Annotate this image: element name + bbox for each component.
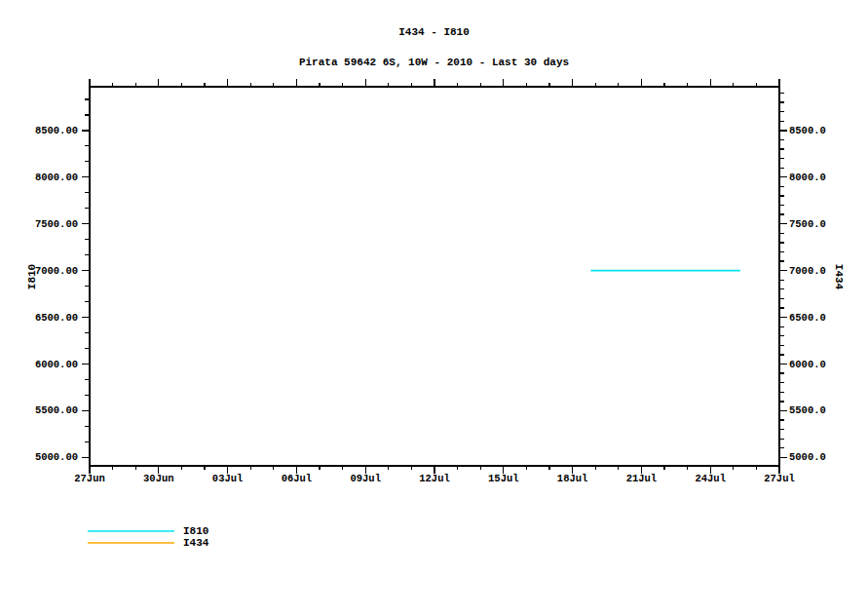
y-axis-left-tick-label: 8500.00	[18, 124, 78, 137]
y-axis-right-tick-label: 6500.0	[789, 311, 826, 325]
y-axis-left-tick-label: 6500.00	[18, 311, 78, 325]
y-axis-left-tick-label: 5000.00	[18, 450, 78, 464]
x-axis-tick-label: 30Jun	[130, 472, 188, 485]
y-axis-right-tick-label: 8000.0	[789, 171, 826, 184]
y-axis-right-tick-label: 7500.0	[789, 217, 826, 231]
x-axis-tick-label: 09Jul	[336, 472, 395, 485]
y-axis-right-tick-label: 6000.0	[789, 358, 826, 371]
y-axis-right-tick-label: 8500.0	[789, 124, 826, 137]
x-axis-tick-label: 06Jul	[267, 472, 325, 485]
y-axis-right-tick-label: 7000.0	[789, 264, 826, 278]
x-axis-tick-label: 12Jul	[405, 472, 464, 485]
y-axis-left-tick-label: 8000.00	[18, 171, 78, 184]
y-axis-left-tick-label: 5500.00	[18, 403, 78, 417]
y-axis-left-tick-label: 7500.00	[18, 217, 78, 231]
x-axis-tick-label: 27Jul	[750, 472, 809, 485]
x-axis-tick-label: 18Jul	[544, 472, 602, 485]
x-axis-tick-label: 21Jul	[612, 472, 670, 485]
y-axis-right-title: I434	[832, 264, 846, 289]
y-axis-right-tick-label: 5000.0	[789, 450, 826, 464]
y-axis-right-tick-label: 5500.0	[789, 403, 826, 417]
chart-page: I434 - I810 Pirata 59642 6S, 10W - 2010 …	[0, 0, 868, 614]
legend-label-I434: I434	[183, 536, 208, 550]
x-axis-tick-label: 15Jul	[474, 472, 533, 485]
plot-area	[0, 0, 868, 614]
plot-border	[90, 87, 779, 466]
y-axis-left-tick-label: 7000.00	[18, 264, 78, 278]
x-axis-tick-label: 24Jul	[681, 472, 739, 485]
x-axis-tick-label: 03Jul	[199, 472, 257, 485]
x-axis-tick-label: 27Jun	[60, 472, 119, 485]
y-axis-left-tick-label: 6000.00	[18, 358, 78, 371]
